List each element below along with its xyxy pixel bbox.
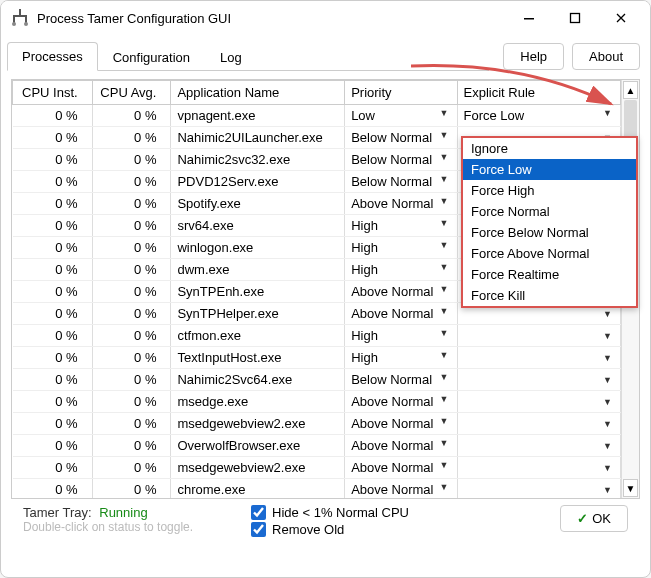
chevron-down-icon[interactable]: ▼ [440, 482, 449, 492]
chevron-down-icon[interactable]: ▼ [603, 353, 612, 363]
cell-priority[interactable]: Below Normal▼ [345, 127, 457, 149]
close-button[interactable] [598, 3, 644, 33]
chevron-down-icon[interactable]: ▼ [440, 372, 449, 382]
dropdown-option[interactable]: Force Normal [463, 201, 636, 222]
chevron-down-icon[interactable]: ▼ [440, 328, 449, 338]
chevron-down-icon[interactable]: ▼ [440, 438, 449, 448]
dropdown-option[interactable]: Force Kill [463, 285, 636, 306]
chevron-down-icon[interactable]: ▼ [440, 218, 449, 228]
cell-explicit-rule[interactable]: Force Low▼ [457, 105, 621, 127]
dropdown-option[interactable]: Force Low [463, 159, 636, 180]
chevron-down-icon[interactable]: ▼ [440, 174, 449, 184]
cell-priority[interactable]: High▼ [345, 347, 457, 369]
chevron-down-icon[interactable]: ▼ [440, 284, 449, 294]
dropdown-option[interactable]: Force Above Normal [463, 243, 636, 264]
hide-low-cpu-checkbox[interactable]: Hide < 1% Normal CPU [251, 505, 409, 520]
col-header-cpu-inst[interactable]: CPU Inst. [13, 81, 93, 105]
scroll-up-icon[interactable]: ▲ [623, 81, 638, 99]
chevron-down-icon[interactable]: ▼ [440, 130, 449, 140]
scroll-down-icon[interactable]: ▼ [623, 479, 638, 497]
chevron-down-icon[interactable]: ▼ [603, 331, 612, 341]
tab-configuration[interactable]: Configuration [98, 43, 205, 71]
cell-priority[interactable]: Above Normal▼ [345, 413, 457, 435]
cell-priority[interactable]: Above Normal▼ [345, 479, 457, 499]
explicit-rule-dropdown[interactable]: IgnoreForce LowForce HighForce NormalFor… [461, 136, 638, 308]
cell-priority[interactable]: Above Normal▼ [345, 435, 457, 457]
remove-old-input[interactable] [251, 522, 266, 537]
table-row[interactable]: 0 %0 %msedgewebview2.exeAbove Normal▼▼ [13, 457, 621, 479]
cell-cpu-inst: 0 % [13, 325, 93, 347]
cell-explicit-rule[interactable]: ▼ [457, 479, 621, 499]
cell-cpu-inst: 0 % [13, 457, 93, 479]
table-row[interactable]: 0 %0 %chrome.exeAbove Normal▼▼ [13, 479, 621, 499]
table-row[interactable]: 0 %0 %msedgewebview2.exeAbove Normal▼▼ [13, 413, 621, 435]
minimize-button[interactable] [506, 3, 552, 33]
chevron-down-icon[interactable]: ▼ [440, 306, 449, 316]
chevron-down-icon[interactable]: ▼ [440, 240, 449, 250]
cell-priority[interactable]: Above Normal▼ [345, 193, 457, 215]
cell-priority[interactable]: High▼ [345, 259, 457, 281]
col-header-explicit-rule[interactable]: Explicit Rule [457, 81, 621, 105]
cell-explicit-rule[interactable]: ▼ [457, 413, 621, 435]
table-row[interactable]: 0 %0 %msedge.exeAbove Normal▼▼ [13, 391, 621, 413]
cell-priority[interactable]: Below Normal▼ [345, 171, 457, 193]
cell-priority[interactable]: High▼ [345, 237, 457, 259]
cell-cpu-inst: 0 % [13, 413, 93, 435]
col-header-cpu-avg[interactable]: CPU Avg. [92, 81, 171, 105]
cell-explicit-rule[interactable]: ▼ [457, 325, 621, 347]
tab-log[interactable]: Log [205, 43, 257, 71]
cell-explicit-rule[interactable]: ▼ [457, 435, 621, 457]
cell-priority[interactable]: Above Normal▼ [345, 457, 457, 479]
cell-priority[interactable]: Above Normal▼ [345, 303, 457, 325]
dropdown-option[interactable]: Ignore [463, 138, 636, 159]
tab-processes[interactable]: Processes [7, 42, 98, 71]
chevron-down-icon[interactable]: ▼ [440, 394, 449, 404]
col-header-priority[interactable]: Priority [345, 81, 457, 105]
table-row[interactable]: 0 %0 %Nahimic2Svc64.exeBelow Normal▼▼ [13, 369, 621, 391]
chevron-down-icon[interactable]: ▼ [440, 416, 449, 426]
col-header-app-name[interactable]: Application Name [171, 81, 345, 105]
chevron-down-icon[interactable]: ▼ [603, 441, 612, 451]
cell-explicit-rule[interactable]: ▼ [457, 347, 621, 369]
table-row[interactable]: 0 %0 %OverwolfBrowser.exeAbove Normal▼▼ [13, 435, 621, 457]
chevron-down-icon[interactable]: ▼ [440, 196, 449, 206]
chevron-down-icon[interactable]: ▼ [603, 463, 612, 473]
cell-priority[interactable]: Below Normal▼ [345, 369, 457, 391]
cell-explicit-rule[interactable]: ▼ [457, 369, 621, 391]
chevron-down-icon[interactable]: ▼ [440, 350, 449, 360]
maximize-button[interactable] [552, 3, 598, 33]
cell-explicit-rule[interactable]: ▼ [457, 391, 621, 413]
table-row[interactable]: 0 %0 %TextInputHost.exeHigh▼▼ [13, 347, 621, 369]
chevron-down-icon[interactable]: ▼ [603, 485, 612, 495]
dropdown-option[interactable]: Force Realtime [463, 264, 636, 285]
cell-priority[interactable]: High▼ [345, 215, 457, 237]
cell-app-name: Nahimic2svc32.exe [171, 149, 345, 171]
svg-point-4 [12, 22, 16, 26]
ok-button[interactable]: ✓ OK [560, 505, 628, 532]
dropdown-option[interactable]: Force Below Normal [463, 222, 636, 243]
tamer-tray-status[interactable]: Running [99, 505, 147, 520]
chevron-down-icon[interactable]: ▼ [603, 108, 612, 118]
cell-priority[interactable]: High▼ [345, 325, 457, 347]
chevron-down-icon[interactable]: ▼ [440, 152, 449, 162]
chevron-down-icon[interactable]: ▼ [603, 375, 612, 385]
cell-priority[interactable]: Above Normal▼ [345, 391, 457, 413]
chevron-down-icon[interactable]: ▼ [440, 108, 449, 118]
about-button[interactable]: About [572, 43, 640, 70]
cell-priority[interactable]: Below Normal▼ [345, 149, 457, 171]
chevron-down-icon[interactable]: ▼ [440, 460, 449, 470]
help-button[interactable]: Help [503, 43, 564, 70]
dropdown-option[interactable]: Force High [463, 180, 636, 201]
hide-low-cpu-input[interactable] [251, 505, 266, 520]
table-row[interactable]: 0 %0 %vpnagent.exeLow▼Force Low▼ [13, 105, 621, 127]
table-row[interactable]: 0 %0 %ctfmon.exeHigh▼▼ [13, 325, 621, 347]
cell-priority[interactable]: Above Normal▼ [345, 281, 457, 303]
chevron-down-icon[interactable]: ▼ [603, 397, 612, 407]
cell-explicit-rule[interactable]: ▼ [457, 457, 621, 479]
remove-old-checkbox[interactable]: Remove Old [251, 522, 409, 537]
chevron-down-icon[interactable]: ▼ [603, 419, 612, 429]
cell-cpu-avg: 0 % [92, 435, 171, 457]
cell-priority[interactable]: Low▼ [345, 105, 457, 127]
chevron-down-icon[interactable]: ▼ [440, 262, 449, 272]
chevron-down-icon[interactable]: ▼ [603, 309, 612, 319]
